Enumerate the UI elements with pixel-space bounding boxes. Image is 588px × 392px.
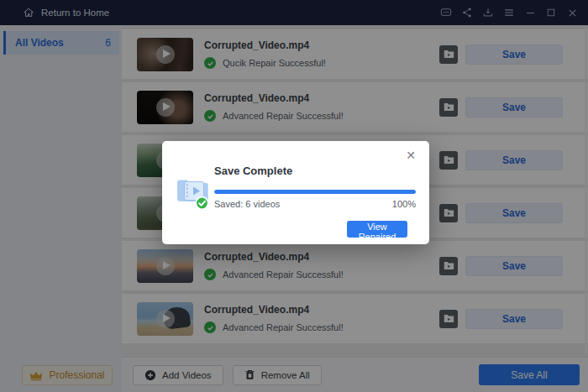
saved-count-text: Saved: 6 videos (214, 199, 280, 209)
progress-stats: Saved: 6 videos 100% (214, 199, 416, 209)
video-folder-icon (174, 173, 212, 211)
save-complete-dialog: ✕ Save Complete Saved: 6 videos 100% Vie… (162, 141, 429, 244)
progress-fill (214, 190, 416, 194)
dialog-close-icon[interactable]: ✕ (404, 149, 417, 162)
view-repaired-button[interactable]: View Repaired (347, 221, 407, 238)
progress-percent: 100% (392, 199, 416, 209)
app-window: Return to Home (0, 0, 588, 392)
dialog-title: Save Complete (214, 165, 292, 177)
progress-bar (214, 190, 416, 194)
